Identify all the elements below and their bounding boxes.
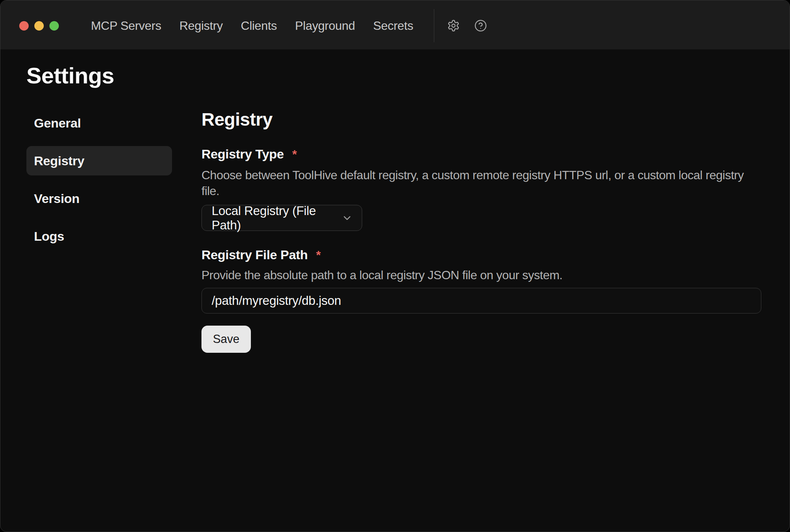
- settings-page: Settings General Registry Version Logs R…: [0, 49, 790, 353]
- sidebar-item-label: Registry: [34, 154, 85, 168]
- registry-settings-panel: Registry Registry Type * Choose between …: [201, 108, 762, 353]
- save-button[interactable]: Save: [201, 326, 251, 353]
- minimize-button[interactable]: [34, 21, 44, 31]
- nav-item-registry[interactable]: Registry: [179, 19, 223, 33]
- sidebar-item-registry[interactable]: Registry: [26, 146, 172, 175]
- gear-icon: [447, 19, 460, 32]
- sidebar-item-label: Logs: [34, 229, 64, 244]
- settings-button[interactable]: [447, 19, 460, 32]
- nav-item-clients[interactable]: Clients: [241, 19, 277, 33]
- titlebar-divider: [434, 9, 434, 42]
- sidebar-item-label: General: [34, 116, 81, 131]
- section-heading: Registry: [201, 111, 762, 129]
- registry-type-label: Registry Type: [201, 147, 284, 161]
- app-window: MCP Servers Registry Clients Playground …: [0, 0, 790, 532]
- registry-file-path-description: Provide the absolute path to a local reg…: [201, 268, 762, 283]
- main-nav: MCP Servers Registry Clients Playground …: [91, 19, 413, 33]
- sidebar-item-logs[interactable]: Logs: [26, 221, 172, 251]
- registry-type-description: Choose between ToolHive default registry…: [201, 168, 762, 199]
- help-button[interactable]: [474, 19, 487, 32]
- registry-file-path-field: Registry File Path * Provide the absolut…: [201, 248, 762, 314]
- sidebar-item-general[interactable]: General: [26, 108, 172, 138]
- close-button[interactable]: [19, 21, 29, 31]
- help-icon: [474, 19, 487, 32]
- registry-type-selected-value: Local Registry (File Path): [212, 204, 341, 232]
- titlebar: MCP Servers Registry Clients Playground …: [0, 0, 790, 49]
- traffic-lights: [19, 21, 59, 31]
- registry-type-select[interactable]: Local Registry (File Path): [201, 205, 362, 231]
- zoom-button[interactable]: [49, 21, 59, 31]
- nav-item-secrets[interactable]: Secrets: [373, 19, 413, 33]
- settings-sidebar: General Registry Version Logs: [26, 108, 172, 259]
- chevron-down-icon: [341, 212, 353, 224]
- registry-file-path-input[interactable]: [201, 288, 761, 314]
- nav-item-playground[interactable]: Playground: [295, 19, 355, 33]
- sidebar-item-version[interactable]: Version: [26, 184, 172, 213]
- sidebar-item-label: Version: [34, 191, 80, 206]
- registry-file-path-label: Registry File Path: [201, 248, 308, 262]
- required-asterisk: *: [292, 148, 297, 161]
- nav-item-mcp-servers[interactable]: MCP Servers: [91, 19, 161, 33]
- required-asterisk: *: [316, 248, 321, 262]
- page-title: Settings: [26, 65, 762, 87]
- registry-type-field: Registry Type * Choose between ToolHive …: [201, 147, 762, 231]
